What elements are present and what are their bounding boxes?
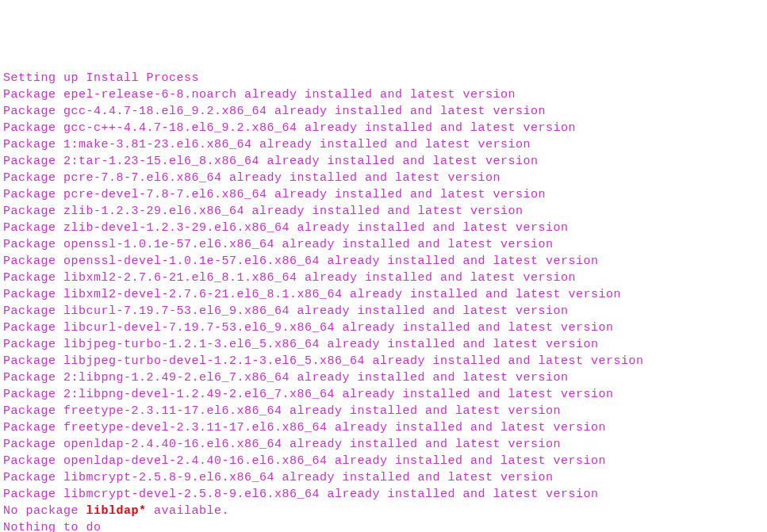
output-line: Package 2:tar-1.23-15.el6_8.x86_64 alrea… [3, 153, 764, 170]
output-line: Package freetype-devel-2.3.11-17.el6.x86… [3, 419, 764, 436]
output-line: Package libcurl-7.19.7-53.el6_9.x86_64 a… [3, 303, 764, 320]
output-line: Package libxml2-devel-2.7.6-21.el6_8.1.x… [3, 286, 764, 303]
output-line: Package openssl-1.0.1e-57.el6.x86_64 alr… [3, 236, 764, 253]
output-line: Package libxml2-2.7.6-21.el6_8.1.x86_64 … [3, 270, 764, 286]
output-line: Package libcurl-devel-7.19.7-53.el6_9.x8… [3, 320, 764, 336]
terminal-output[interactable]: Setting up Install ProcessPackage epel-r… [3, 70, 764, 532]
no-package-prefix: No package [3, 504, 86, 518]
output-line: Package zlib-devel-1.2.3-29.el6.x86_64 a… [3, 220, 764, 236]
no-package-suffix: available. [147, 504, 230, 518]
output-line: Package libjpeg-turbo-devel-1.2.1-3.el6_… [3, 353, 764, 369]
output-line: Package 2:libpng-1.2.49-2.el6_7.x86_64 a… [3, 369, 764, 386]
output-line: Package 2:libpng-devel-1.2.49-2.el6_7.x8… [3, 386, 764, 403]
output-line: Package gcc-c++-4.4.7-18.el6_9.2.x86_64 … [3, 120, 764, 136]
output-line: Package pcre-devel-7.8-7.el6.x86_64 alre… [3, 186, 764, 203]
no-package-name: libldap* [86, 504, 147, 518]
output-line: Package pcre-7.8-7.el6.x86_64 already in… [3, 170, 764, 186]
output-line: Package gcc-4.4.7-18.el6_9.2.x86_64 alre… [3, 103, 764, 120]
output-line: Setting up Install Process [3, 70, 764, 86]
output-line: Package epel-release-6-8.noarch already … [3, 86, 764, 103]
output-line: Package libmcrypt-2.5.8-9.el6.x86_64 alr… [3, 469, 764, 486]
output-line: Package libmcrypt-devel-2.5.8-9.el6.x86_… [3, 486, 764, 503]
output-line: Package openldap-2.4.40-16.el6.x86_64 al… [3, 436, 764, 453]
output-line: Package 1:make-3.81-23.el6.x86_64 alread… [3, 136, 764, 153]
output-line: Package openssl-devel-1.0.1e-57.el6.x86_… [3, 253, 764, 270]
nothing-to-do-line: Nothing to do [3, 519, 764, 532]
output-line: Package zlib-1.2.3-29.el6.x86_64 already… [3, 203, 764, 220]
output-line: Package libjpeg-turbo-1.2.1-3.el6_5.x86_… [3, 336, 764, 353]
no-package-line: No package libldap* available. [3, 503, 764, 519]
output-line: Package openldap-devel-2.4.40-16.el6.x86… [3, 453, 764, 469]
output-line: Package freetype-2.3.11-17.el6.x86_64 al… [3, 403, 764, 419]
